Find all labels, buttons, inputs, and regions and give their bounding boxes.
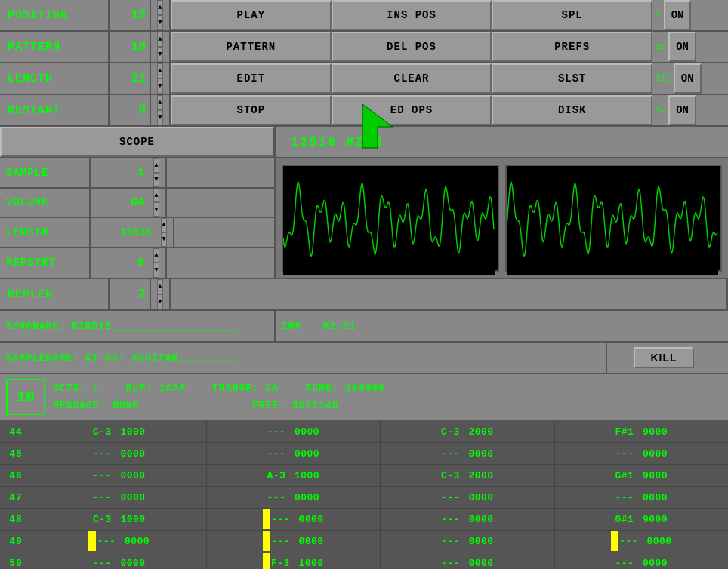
ins-pos-button[interactable]: INS POS [332, 0, 492, 30]
on-1-button[interactable]: ON [664, 0, 692, 30]
note-vel: 0000 [120, 558, 145, 569]
repstrt-down[interactable]: ▼ [153, 263, 159, 278]
note-vel: 0000 [643, 558, 668, 569]
note-cell: C-3 1000 [93, 425, 146, 438]
pattern-rows: 44C-3 1000--- 0000C-3 2000F#1 900045--- … [0, 421, 728, 569]
sample-label: SAMPLE [0, 158, 91, 187]
stop-button[interactable]: STOP [171, 95, 332, 125]
volume-down[interactable]: ▼ [153, 202, 159, 217]
spl-button[interactable]: SPL [492, 0, 652, 30]
pattern-down-arrow[interactable]: ▼ [157, 47, 162, 62]
note-name: --- [441, 558, 460, 569]
note-name: C-3 [93, 514, 112, 525]
play-button[interactable]: PLAY [171, 0, 332, 30]
length-down-arrow[interactable]: ▼ [157, 78, 162, 94]
disk-button[interactable]: DISK [492, 95, 652, 125]
samplelength-up[interactable]: ▲ [161, 218, 166, 232]
row-number: 50 [0, 558, 32, 569]
note-name: --- [93, 558, 112, 569]
samplelength-value: 19538 [91, 218, 155, 247]
edit-button[interactable]: EDIT [171, 63, 332, 94]
note-name: --- [267, 448, 285, 460]
del-pos-button[interactable]: DEL POS [332, 32, 492, 62]
replen-up[interactable]: ▲ [157, 279, 162, 294]
on-3: III ON [652, 63, 728, 94]
row-number: 49 [0, 536, 32, 547]
note-vel: 0000 [298, 536, 323, 547]
ed-ops-button[interactable]: ED OPS [332, 95, 492, 125]
pattern-col-2: --- 0000 [380, 487, 554, 508]
replen-down[interactable]: ▼ [157, 294, 162, 309]
waveform-left [282, 165, 499, 272]
note-name: --- [93, 448, 112, 460]
note-name: F#1 [615, 426, 634, 438]
pattern-up-arrow[interactable]: ▲ [157, 32, 162, 47]
kill-button[interactable]: KILL [634, 347, 693, 368]
restart-up-arrow[interactable]: ▲ [157, 95, 162, 110]
pattern-row-45: 45--- 0000--- 0000--- 0000--- 0000 [0, 443, 728, 465]
sample-down[interactable]: ▼ [153, 173, 159, 187]
pattern-col-3: --- 0000 [554, 443, 729, 464]
samplelength-down[interactable]: ▼ [161, 232, 166, 247]
songname-left: SONGNAME: BIRDIE___________________ [0, 311, 276, 341]
length-label: LENGTH [0, 63, 110, 94]
position-up-arrow[interactable]: ▲ [157, 0, 162, 15]
pattern-button[interactable]: PATTERN [171, 32, 332, 62]
note-cell: --- 0000 [615, 447, 668, 460]
length-up-arrow[interactable]: ▲ [157, 63, 162, 78]
note-vel: 9000 [643, 426, 668, 438]
pattern-col-2: C-3 2000 [380, 421, 554, 442]
pattern-col-3: --- 0000 [554, 552, 729, 569]
note-vel: 0000 [643, 448, 668, 460]
note-cell: --- 0000 [267, 425, 319, 438]
volume-up[interactable]: ▲ [153, 189, 159, 203]
restart-arrows: ▲ ▼ [151, 95, 171, 125]
repstrt-up[interactable]: ▲ [153, 248, 159, 263]
note-vel: 0000 [468, 492, 493, 503]
restart-down-arrow[interactable]: ▼ [157, 110, 162, 125]
repstrt-value: 0 [91, 248, 147, 278]
samplelength-param-row: LENGTH 19538 ▲ ▼ [0, 218, 274, 248]
scope-button[interactable]: SCOPE [0, 127, 274, 157]
pattern-col-2: --- 0000 [380, 443, 554, 464]
note-vel: 0000 [643, 492, 668, 503]
note-vel: 0000 [468, 536, 493, 547]
note-name: --- [615, 448, 634, 460]
note-name: G#1 [615, 470, 634, 481]
note-cell: --- 0000 [441, 556, 494, 569]
note-vel: 0000 [125, 536, 150, 547]
yellow-bar [263, 509, 270, 529]
note-cell: F-3 1000 [271, 556, 324, 569]
info-row: 10 OCTS: L BUF: 1CAA TRANSP: CA TUNE: 10… [0, 374, 728, 421]
info-details: OCTS: L BUF: 1CAA TRANSP: CA TUNE: 10009… [53, 380, 385, 415]
note-name: --- [441, 448, 460, 460]
pattern-col-3: G#1 9000 [554, 465, 729, 486]
repstrt-param-row: REPSTRT 0 ▲ ▼ [0, 248, 274, 278]
prefs-button[interactable]: PREFS [492, 32, 652, 62]
note-name: F-3 [271, 558, 290, 569]
samplename-value: ST-09: XGUITAR_________ [85, 352, 238, 364]
on-4-button[interactable]: ON [668, 95, 696, 125]
note-name: --- [615, 558, 634, 569]
replen-label: REPLEN [0, 279, 110, 309]
on-2-button[interactable]: ON [668, 32, 696, 62]
position-down-arrow[interactable]: ▼ [157, 15, 162, 30]
note-cell: --- 0000 [615, 556, 668, 569]
slst-button[interactable]: SLST [492, 63, 652, 94]
on-3-button[interactable]: ON [674, 63, 702, 94]
songname-label: SONGNAME: [0, 321, 72, 332]
on-3-indicator: III [652, 63, 674, 94]
note-name: --- [619, 536, 638, 547]
scope-row: SCOPE 12516 HZ N [0, 127, 728, 158]
songname-value: BIRDIE___________________ [72, 321, 238, 332]
pattern-label: PATTERN [0, 32, 110, 62]
pattern-col-3: --- 0000 [554, 487, 729, 508]
length-row: LENGTH 21 ▲ ▼ EDIT CLEAR SLST III ON [0, 63, 728, 95]
pattern-col-1: A-3 1000 [206, 465, 381, 486]
note-cell: F#1 9000 [615, 425, 668, 438]
clear-button[interactable]: CLEAR [332, 63, 492, 94]
note-name: --- [441, 514, 460, 525]
sample-up[interactable]: ▲ [153, 158, 159, 173]
pattern-col-0: C-3 1000 [32, 421, 206, 442]
yellow-bar [263, 553, 270, 569]
